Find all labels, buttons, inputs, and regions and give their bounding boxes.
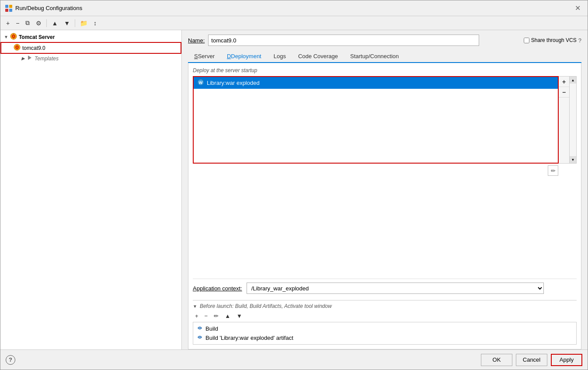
bottom-bar: ? OK Cancel Apply (0, 349, 588, 370)
scroll-track (570, 84, 576, 156)
move-down-button[interactable]: ▼ (62, 18, 72, 28)
apply-button[interactable]: Apply (551, 354, 582, 366)
tab-logs[interactable]: Logs (268, 50, 292, 63)
sidebar-group-label: Tomcat Server (19, 34, 55, 40)
copy-config-button[interactable]: ⧉ (23, 18, 32, 28)
sort-button[interactable]: ↕ (91, 18, 99, 28)
bl-up-button[interactable]: ▲ (223, 312, 233, 320)
remove-config-button[interactable]: − (14, 18, 21, 28)
tab-server[interactable]: SServer (188, 50, 221, 63)
bl-edit-button[interactable]: ✏ (212, 312, 221, 320)
sidebar-item-templates[interactable]: ▶ Templates (0, 54, 181, 63)
deploy-list: W Library:war exploded (193, 76, 559, 164)
bl-add-button[interactable]: + (193, 312, 201, 320)
tab-content-deployment: Deploy at the server startup W Library:w… (188, 63, 581, 349)
dialog-title: Run/Debug Configurations (15, 5, 82, 11)
templates-icon (27, 55, 33, 62)
deploy-list-scrollbar[interactable]: ▲ ▼ (570, 76, 577, 164)
run-debug-configurations-dialog: Run/Debug Configurations ✕ + − ⧉ ⚙ ▲ ▼ 📁… (0, 0, 588, 370)
deploy-item-library-war[interactable]: W Library:war exploded (194, 77, 558, 89)
bl-item-build-artifact[interactable]: Build 'Library:war exploded' artifact (197, 333, 573, 342)
app-context-label: Application context: (193, 285, 242, 292)
sidebar-child-label: tomcat9.0 (22, 45, 45, 51)
before-launch-title: Before launch: Build, Build Artifacts, A… (200, 303, 332, 309)
right-panel: Name: Share through VCS ? SServer DDeplo… (182, 30, 588, 349)
sidebar-item-tomcat9[interactable]: tomcat9.0 (0, 42, 181, 54)
scroll-up-button[interactable]: ▲ (570, 77, 576, 84)
toolbar: + − ⧉ ⚙ ▲ ▼ 📁 ↕ (0, 16, 588, 30)
bl-build-label: Build (205, 325, 218, 332)
deploy-list-area: W Library:war exploded + − ▲ ▼ (193, 76, 577, 164)
bl-build-icon (197, 325, 203, 332)
sidebar-templates-label: Templates (35, 56, 59, 62)
group-chevron-icon: ▼ (4, 35, 8, 39)
move-up-button[interactable]: ▲ (49, 18, 60, 28)
name-input[interactable] (208, 35, 479, 46)
sidebar: ▼ Tomcat Server (0, 30, 182, 349)
tomcat-group-icon (10, 33, 17, 41)
name-label: Name: (188, 37, 205, 44)
deploy-item-icon: W (197, 79, 204, 87)
close-button[interactable]: ✕ (572, 3, 583, 13)
bottom-buttons: OK Cancel Apply (481, 354, 582, 366)
title-bar: Run/Debug Configurations ✕ (0, 0, 588, 16)
svg-rect-3 (9, 9, 12, 12)
help-button[interactable]: ? (6, 355, 15, 365)
tab-startup-connection[interactable]: Startup/Connection (344, 50, 405, 63)
edit-row: ✏ (193, 165, 577, 177)
svg-rect-1 (9, 5, 12, 8)
share-vcs-checkbox[interactable] (524, 38, 529, 43)
name-row: Name: Share through VCS ? (188, 35, 581, 46)
before-launch-section: ▼ Before launch: Build, Build Artifacts,… (193, 300, 577, 345)
dialog-icon (5, 4, 13, 12)
before-launch-chevron-icon[interactable]: ▼ (193, 304, 197, 309)
share-vcs-label: Share through VCS (531, 37, 577, 43)
toolbar-separator-2 (75, 19, 75, 27)
svg-point-6 (13, 35, 14, 37)
bl-remove-button[interactable]: − (202, 312, 210, 320)
bl-item-build[interactable]: Build (197, 324, 573, 333)
app-context-select[interactable]: /Library_war_exploded (247, 283, 544, 294)
ok-button[interactable]: OK (481, 354, 512, 366)
scroll-down-button[interactable]: ▼ (570, 156, 576, 163)
toolbar-separator (46, 19, 47, 27)
tab-deployment[interactable]: DDeployment (221, 50, 268, 63)
bl-artifact-icon (197, 334, 203, 342)
help-icon: ? (578, 37, 581, 44)
svg-rect-2 (5, 9, 8, 12)
add-config-button[interactable]: + (4, 18, 12, 28)
deploy-remove-button[interactable]: − (559, 87, 569, 98)
before-launch-list: Build Build 'Library:war exploded' artif… (193, 322, 577, 345)
side-buttons: + − (559, 76, 570, 164)
app-context-row: Application context: /Library_war_explod… (193, 279, 577, 297)
bl-artifact-label: Build 'Library:war exploded' artifact (205, 335, 293, 341)
tab-code-coverage[interactable]: Code Coverage (292, 50, 344, 63)
tabs-row: SServer DDeployment Logs Code Coverage S… (188, 50, 581, 63)
svg-text:W: W (199, 80, 203, 85)
main-content: ▼ Tomcat Server (0, 30, 588, 349)
deploy-section-label: Deploy at the server startup (193, 67, 577, 73)
settings-config-button[interactable]: ⚙ (34, 18, 44, 28)
cancel-button[interactable]: Cancel (516, 354, 547, 366)
folder-button[interactable]: 📁 (78, 18, 90, 28)
tomcat-child-icon (14, 44, 21, 52)
deploy-item-label: Library:war exploded (207, 80, 260, 86)
svg-rect-0 (5, 5, 8, 8)
sidebar-group-tomcat[interactable]: ▼ Tomcat Server (0, 32, 181, 42)
svg-point-11 (16, 46, 18, 48)
before-launch-toolbar: + − ✏ ▲ ▼ (193, 312, 577, 320)
before-launch-header: ▼ Before launch: Build, Build Artifacts,… (193, 303, 577, 309)
bl-down-button[interactable]: ▼ (234, 312, 244, 320)
spacer (193, 177, 577, 275)
title-bar-left: Run/Debug Configurations (5, 4, 82, 12)
edit-deploy-button[interactable]: ✏ (548, 165, 558, 176)
deploy-add-button[interactable]: + (559, 77, 569, 87)
share-vcs-row: Share through VCS ? (524, 37, 581, 44)
templates-chevron-icon: ▶ (21, 56, 25, 61)
